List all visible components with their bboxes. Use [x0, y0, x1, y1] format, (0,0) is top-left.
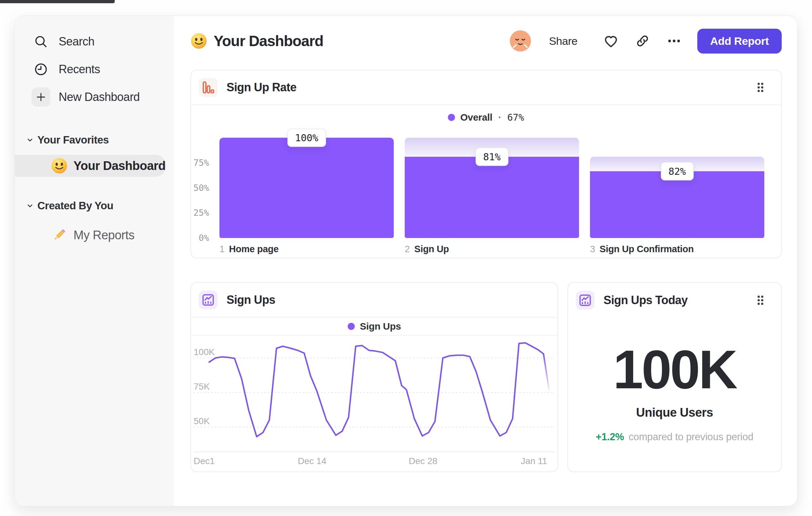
funnel-y-tick: 50%: [191, 183, 209, 193]
chevron-down-icon: [26, 136, 34, 144]
signup-rate-card-header: Sign Up Rate: [191, 70, 781, 105]
chevron-down-icon: [26, 201, 34, 210]
card-title: Sign Ups: [227, 293, 275, 307]
screen-corner-artifact: [0, 0, 115, 3]
funnel-tooltip: 100%: [287, 129, 326, 147]
app-window: Search Recents New Dashboard Your Favori…: [14, 16, 798, 506]
svg-text:Dec1: Dec1: [194, 456, 214, 466]
legend-value: 67%: [507, 112, 524, 123]
svg-text:Dec 28: Dec 28: [409, 456, 438, 466]
funnel-tooltip: 82%: [661, 162, 693, 181]
svg-text:Dec 14: Dec 14: [298, 456, 326, 466]
plus-icon: [32, 88, 50, 106]
svg-text:75K: 75K: [194, 382, 210, 391]
avatar[interactable]: [510, 30, 531, 52]
funnel-plot: 75%50%25%0%100%81%82%: [191, 138, 764, 238]
sidebar: Search Recents New Dashboard Your Favori…: [15, 16, 174, 506]
sidebar-item-your-dashboard[interactable]: Your Dashboard: [15, 155, 166, 177]
line-legend: Sign Ups: [191, 318, 557, 336]
share-button[interactable]: Share: [549, 35, 577, 47]
funnel-bar-sign-up[interactable]: 81%: [405, 138, 579, 238]
funnel-y-tick: 25%: [191, 208, 209, 218]
line-chart-icon: [576, 291, 594, 309]
page-title: Your Dashboard: [191, 32, 323, 50]
legend-dot: [348, 323, 355, 330]
header-actions: Share Add Report: [510, 29, 782, 54]
delta-note: compared to previous period: [629, 431, 754, 442]
funnel-bar-home-page[interactable]: 100%: [220, 138, 394, 238]
main-content: Your Dashboard Share Add Report Sign Up …: [174, 16, 797, 506]
stat-body: 100K Unique Users +1.2%compared to previ…: [568, 342, 781, 443]
sign-ups-today-card: Sign Ups Today 100K Unique Users +1.2%co…: [568, 282, 782, 472]
search-icon: [32, 32, 50, 51]
smiley-emoji-icon: [191, 33, 207, 49]
sidebar-item-search[interactable]: Search: [15, 28, 174, 55]
funnel-bar-fill: [220, 138, 394, 238]
funnel-bar-fill: [590, 171, 764, 238]
funnel-bar-fill: [405, 157, 579, 238]
stat-delta-row: +1.2%compared to previous period: [568, 431, 781, 443]
drag-handle-icon[interactable]: [753, 293, 768, 308]
stat-label: Unique Users: [568, 406, 781, 419]
funnel-x-label: 1Home page: [220, 244, 394, 254]
funnel-bar-sign-up-confirmation[interactable]: 82%: [590, 138, 764, 238]
sidebar-item-my-reports[interactable]: My Reports: [15, 224, 174, 246]
sidebar-item-label: New Dashboard: [59, 90, 140, 104]
copy-link-icon[interactable]: [632, 31, 653, 51]
funnel-x-label: 2Sign Up: [405, 244, 579, 254]
funnel-x-label: 3Sign Up Confirmation: [590, 244, 764, 254]
section-title: Created By You: [37, 200, 113, 212]
pencil-emoji-icon: [51, 227, 68, 243]
legend-separator: ·: [498, 112, 501, 123]
sidebar-item-recents[interactable]: Recents: [15, 55, 174, 83]
sidebar-item-label: Search: [59, 35, 94, 48]
funnel-tooltip: 81%: [475, 148, 508, 166]
dashboard-header: Your Dashboard Share Add Report: [191, 28, 782, 54]
screen: Search Recents New Dashboard Your Favori…: [0, 0, 812, 516]
sidebar-item-label: My Reports: [74, 228, 134, 242]
svg-text:50K: 50K: [194, 416, 210, 426]
card-title: Sign Up Rate: [227, 81, 296, 94]
funnel-labels: 1Home page2Sign Up3Sign Up Confirmation: [191, 244, 764, 254]
sign-ups-card-header: Sign Ups: [191, 283, 557, 318]
delta-value: +1.2%: [596, 431, 624, 442]
svg-text:Jan 11: Jan 11: [521, 456, 547, 466]
funnel-y-tick: 75%: [191, 158, 209, 168]
signup-rate-card: Sign Up Rate Overall · 67% 75%50%25%0%10…: [191, 70, 782, 258]
stat-value: 100K: [568, 342, 781, 398]
sidebar-section-your-favorites[interactable]: Your Favorites: [15, 131, 174, 149]
line-chart-icon: [199, 291, 218, 309]
svg-text:100K: 100K: [194, 347, 215, 357]
legend-label: Overall: [460, 112, 492, 123]
legend-dot: [448, 114, 455, 121]
bar-chart-icon: [199, 78, 218, 97]
sign-ups-card: Sign Ups Sign Ups 100K75K50KDec1Dec 14De…: [191, 282, 558, 472]
section-title: Your Favorites: [37, 134, 109, 146]
add-report-button[interactable]: Add Report: [697, 29, 782, 54]
smiley-emoji-icon: [51, 157, 68, 174]
legend-label: Sign Ups: [360, 321, 401, 332]
sidebar-section-created-by-you[interactable]: Created By You: [15, 197, 174, 215]
sidebar-item-label: Your Dashboard: [74, 159, 166, 173]
more-options-icon[interactable]: [664, 31, 685, 51]
card-title: Sign Ups Today: [604, 294, 688, 307]
clock-icon: [32, 60, 50, 79]
funnel-legend: Overall · 67%: [191, 105, 781, 130]
sidebar-item-new-dashboard[interactable]: New Dashboard: [15, 83, 174, 111]
funnel-y-tick: 0%: [191, 233, 209, 243]
line-chart: 100K75K50KDec1Dec 14Dec 28Jan 11: [191, 336, 557, 470]
drag-handle-icon[interactable]: [753, 80, 768, 95]
sidebar-item-label: Recents: [59, 62, 100, 76]
sign-ups-today-card-header: Sign Ups Today: [568, 283, 781, 318]
page-title-text: Your Dashboard: [214, 32, 323, 50]
favorite-heart-icon[interactable]: [601, 31, 621, 51]
